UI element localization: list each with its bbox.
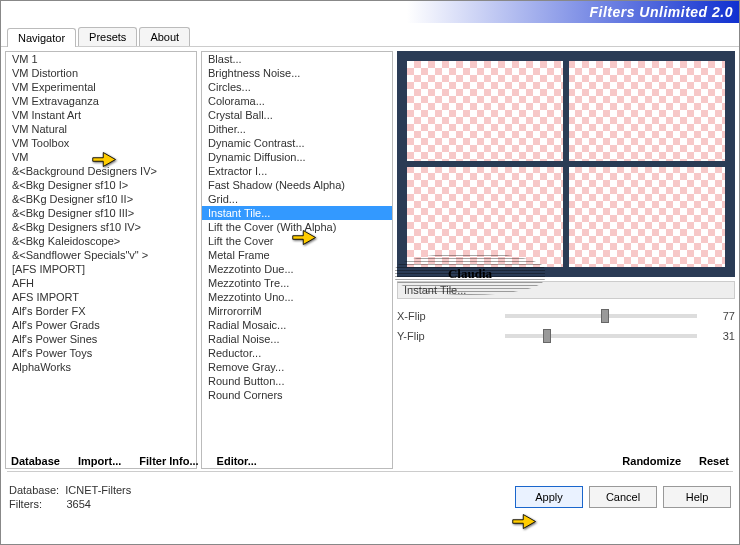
param-row: Y-Flip31 [397, 327, 735, 345]
list-item[interactable]: Circles... [202, 80, 392, 94]
current-filter-name: Instant Tile... [397, 281, 735, 299]
list-item[interactable]: Brightness Noise... [202, 66, 392, 80]
apply-button[interactable]: Apply [515, 486, 583, 508]
reset-button[interactable]: Reset [699, 455, 729, 467]
list-item[interactable]: Dynamic Contrast... [202, 136, 392, 150]
tab-about[interactable]: About [139, 27, 190, 46]
preview-image [407, 61, 725, 267]
database-button[interactable]: Database [11, 455, 60, 467]
app-title: Filters Unlimited 2.0 [589, 4, 733, 20]
list-item[interactable]: AlphaWorks [6, 360, 196, 374]
list-item[interactable]: Alf's Power Toys [6, 346, 196, 360]
list-item[interactable]: Mezzotinto Tre... [202, 276, 392, 290]
list-item[interactable]: Lift the Cover (With Alpha) [202, 220, 392, 234]
list-item[interactable]: AFS IMPORT [6, 290, 196, 304]
list-item[interactable]: Instant Tile... [202, 206, 392, 220]
randomize-button[interactable]: Randomize [622, 455, 681, 467]
param-slider[interactable] [505, 314, 697, 318]
list-item[interactable]: VM 1 [6, 52, 196, 66]
list-item[interactable]: Round Button... [202, 374, 392, 388]
list-item[interactable]: Crystal Ball... [202, 108, 392, 122]
filter-info-button[interactable]: Filter Info... [139, 455, 198, 467]
cancel-button[interactable]: Cancel [589, 486, 657, 508]
list-item[interactable]: &<Bkg Kaleidoscope> [6, 234, 196, 248]
list-item[interactable]: VM Instant Art [6, 108, 196, 122]
list-item[interactable]: VM Natural [6, 122, 196, 136]
list-item[interactable]: Alf's Power Sines [6, 332, 196, 346]
main-area: VM 1VM DistortionVM ExperimentalVM Extra… [1, 47, 739, 469]
list-item[interactable]: Lift the Cover [202, 234, 392, 248]
list-item[interactable]: VM Toolbox [6, 136, 196, 150]
tab-navigator[interactable]: Navigator [7, 28, 76, 47]
list-item[interactable]: Blast... [202, 52, 392, 66]
footer-info: Database: ICNET-Filters Filters: 3654 [9, 483, 515, 511]
list-item[interactable]: AFH [6, 276, 196, 290]
list-item[interactable]: &<Bkg Designers sf10 IV> [6, 220, 196, 234]
filters-count-label: Filters: [9, 498, 42, 510]
filter-preview [397, 51, 735, 277]
list-item[interactable]: Metal Frame [202, 248, 392, 262]
footer: Database: ICNET-Filters Filters: 3654 Ap… [1, 474, 739, 520]
footer-buttons: Apply Cancel Help [515, 486, 731, 508]
list-item[interactable]: Extractor I... [202, 164, 392, 178]
help-button[interactable]: Help [663, 486, 731, 508]
list-item[interactable]: Fast Shadow (Needs Alpha) [202, 178, 392, 192]
param-slider[interactable] [505, 334, 697, 338]
list-item[interactable]: Radial Noise... [202, 332, 392, 346]
list-item[interactable]: MirrororriM [202, 304, 392, 318]
list-item[interactable]: Alf's Power Grads [6, 318, 196, 332]
divider [7, 471, 733, 472]
param-value: 77 [705, 310, 735, 322]
param-value: 31 [705, 330, 735, 342]
list-item[interactable]: Mezzotinto Due... [202, 262, 392, 276]
list-item[interactable]: Colorama... [202, 94, 392, 108]
list-item[interactable]: VM Experimental [6, 80, 196, 94]
list-item[interactable]: Grid... [202, 192, 392, 206]
list-item[interactable]: Mezzotinto Uno... [202, 290, 392, 304]
right-pane: Instant Tile... X-Flip77Y-Flip31 [397, 51, 735, 469]
list-item[interactable]: Dither... [202, 122, 392, 136]
list-item[interactable]: Remove Gray... [202, 360, 392, 374]
list-item[interactable]: &<Background Designers IV> [6, 164, 196, 178]
list-item[interactable]: Alf's Border FX [6, 304, 196, 318]
category-list[interactable]: VM 1VM DistortionVM ExperimentalVM Extra… [5, 51, 197, 469]
param-label: Y-Flip [397, 330, 497, 342]
left-link-buttons: Database Import... Filter Info... Editor… [5, 455, 257, 467]
list-item[interactable]: VM Distortion [6, 66, 196, 80]
list-item[interactable]: &<Bkg Designer sf10 I> [6, 178, 196, 192]
list-item[interactable]: Reductor... [202, 346, 392, 360]
list-item[interactable]: &<Sandflower Specials"v" > [6, 248, 196, 262]
list-item[interactable]: [AFS IMPORT] [6, 262, 196, 276]
titlebar: Filters Unlimited 2.0 [1, 1, 739, 23]
list-item[interactable]: &<BKg Designer sf10 II> [6, 192, 196, 206]
list-item[interactable]: VM [6, 150, 196, 164]
import-button[interactable]: Import... [78, 455, 121, 467]
filters-count-value: 3654 [66, 498, 90, 510]
tab-presets[interactable]: Presets [78, 27, 137, 46]
filter-list[interactable]: Blast...Brightness Noise...Circles...Col… [201, 51, 393, 469]
list-item[interactable]: Round Corners [202, 388, 392, 402]
list-item[interactable]: Dynamic Diffusion... [202, 150, 392, 164]
right-link-buttons: Randomize Reset [622, 455, 735, 467]
list-item[interactable]: VM Extravaganza [6, 94, 196, 108]
list-item[interactable]: &<Bkg Designer sf10 III> [6, 206, 196, 220]
param-row: X-Flip77 [397, 307, 735, 325]
param-label: X-Flip [397, 310, 497, 322]
editor-button[interactable]: Editor... [217, 455, 257, 467]
db-label: Database: [9, 484, 59, 496]
tab-strip: Navigator Presets About [1, 25, 739, 47]
list-item[interactable]: Radial Mosaic... [202, 318, 392, 332]
db-value: ICNET-Filters [65, 484, 131, 496]
